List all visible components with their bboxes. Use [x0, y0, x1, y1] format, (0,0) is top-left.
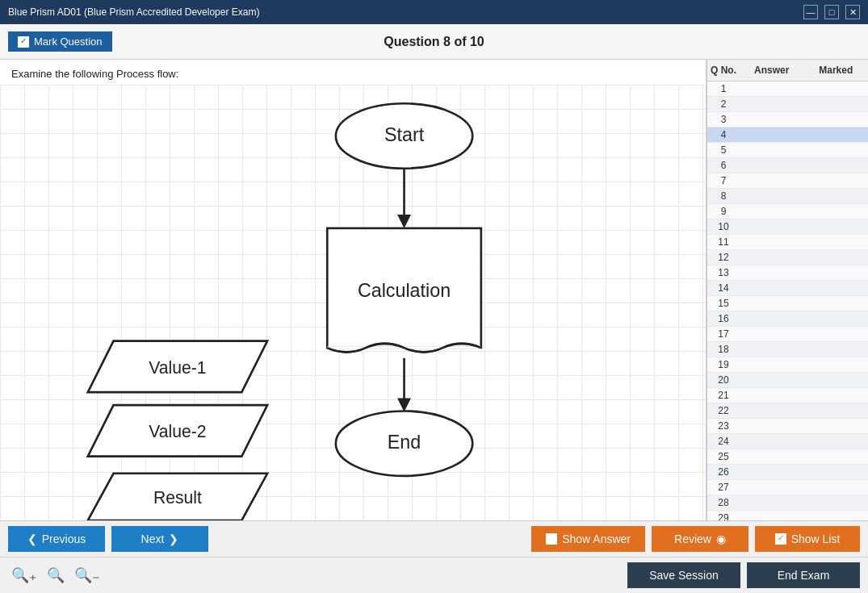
question-panel: Examine the following Process flow: Star…	[0, 60, 707, 520]
maximize-button[interactable]: □	[824, 5, 839, 19]
close-button[interactable]: ✕	[845, 5, 860, 19]
calculation-label: Calculation	[358, 280, 451, 301]
show-list-label: Show List	[791, 532, 841, 545]
sidebar-row[interactable]: 23	[707, 419, 868, 434]
mark-question-button[interactable]: Mark Question	[8, 31, 112, 52]
show-answer-button[interactable]: Show Answer	[531, 526, 645, 552]
sidebar-row[interactable]: 17	[707, 327, 868, 342]
next-button[interactable]: Next ❯	[111, 526, 208, 552]
flowchart-svg: Start Calculation End	[0, 85, 706, 520]
zoom-reset-button[interactable]: 🔍	[44, 565, 68, 586]
sidebar-scroll[interactable]: 1 2 3 4 5 6 7 8 9 10 11 12 13 14 15 16 1…	[707, 81, 868, 520]
svg-marker-2	[397, 215, 411, 228]
flowchart-container: Start Calculation End	[0, 85, 706, 520]
zoom-controls: 🔍₊ 🔍 🔍₋	[8, 565, 103, 586]
sidebar-answer-header: Answer	[740, 63, 804, 77]
question-text: Examine the following Process flow:	[0, 60, 706, 85]
minimize-button[interactable]: —	[803, 5, 818, 19]
window-controls: — □ ✕	[803, 5, 860, 19]
sidebar-row[interactable]: 15	[707, 296, 868, 311]
end-exam-button[interactable]: End Exam	[747, 562, 860, 588]
title-bar: Blue Prism AD01 (Blue Prism Accredited D…	[0, 0, 868, 24]
review-button[interactable]: Review ◉	[652, 526, 748, 552]
sidebar-row[interactable]: 22	[707, 403, 868, 419]
show-answer-checkbox-icon	[546, 533, 557, 545]
sidebar-row[interactable]: 18	[707, 342, 868, 357]
zoom-in-button[interactable]: 🔍₊	[8, 565, 40, 586]
sidebar-row[interactable]: 9	[707, 204, 868, 219]
previous-icon: ❮	[27, 532, 37, 545]
sidebar-row[interactable]: 28	[707, 495, 868, 511]
sidebar-row[interactable]: 6	[707, 158, 868, 173]
mark-question-label: Mark Question	[34, 35, 103, 48]
sidebar-row[interactable]: 14	[707, 281, 868, 296]
sidebar-row[interactable]: 7	[707, 173, 868, 189]
sidebar-row[interactable]: 2	[707, 97, 868, 112]
value2-label: Value-2	[149, 422, 206, 441]
header-bar: Mark Question Question 8 of 10	[0, 24, 868, 60]
zoom-out-button[interactable]: 🔍₋	[71, 565, 103, 586]
sidebar-header: Q No. Answer Marked	[707, 60, 868, 81]
show-list-checkbox-icon	[775, 533, 786, 545]
sidebar-row[interactable]: 21	[707, 388, 868, 403]
result-label: Result	[153, 488, 202, 507]
review-label: Review	[674, 532, 711, 545]
footer-right: Save Session End Exam	[627, 562, 860, 588]
sidebar-row-current[interactable]: 4	[707, 127, 868, 143]
sidebar-marked-header: Marked	[804, 63, 869, 77]
sidebar-row[interactable]: 27	[707, 480, 868, 495]
footer-bar: 🔍₊ 🔍 🔍₋ Save Session End Exam	[0, 557, 868, 593]
show-answer-label: Show Answer	[562, 532, 631, 545]
bottom-bar: ❮ Previous Next ❯ Show Answer Review ◉ S…	[0, 520, 868, 557]
sidebar-row[interactable]: 26	[707, 465, 868, 480]
save-session-button[interactable]: Save Session	[627, 562, 740, 588]
sidebar-row[interactable]: 19	[707, 357, 868, 373]
previous-label: Previous	[42, 532, 86, 545]
sidebar: Q No. Answer Marked 1 2 3 4 5 6 7 8 9 10…	[707, 60, 868, 520]
sidebar-row[interactable]: 24	[707, 434, 868, 449]
sidebar-row[interactable]: 29	[707, 511, 868, 520]
svg-marker-6	[397, 399, 411, 412]
end-label: End	[388, 432, 421, 453]
sidebar-row[interactable]: 1	[707, 81, 868, 97]
next-icon: ❯	[169, 532, 178, 545]
start-label: Start	[384, 124, 425, 145]
sidebar-row[interactable]: 25	[707, 449, 868, 465]
main-area: Examine the following Process flow: Star…	[0, 60, 868, 520]
review-icon: ◉	[716, 532, 726, 545]
question-title: Question 8 of 10	[384, 35, 484, 49]
sidebar-row[interactable]: 3	[707, 112, 868, 127]
show-list-button[interactable]: Show List	[755, 526, 860, 552]
app-title: Blue Prism AD01 (Blue Prism Accredited D…	[8, 6, 259, 18]
sidebar-row[interactable]: 8	[707, 189, 868, 204]
next-label: Next	[141, 532, 165, 545]
sidebar-row[interactable]: 11	[707, 235, 868, 250]
sidebar-row[interactable]: 13	[707, 265, 868, 281]
sidebar-qno-header: Q No.	[707, 63, 740, 77]
value1-label: Value-1	[149, 358, 206, 377]
sidebar-row[interactable]: 16	[707, 311, 868, 327]
previous-button[interactable]: ❮ Previous	[8, 526, 105, 552]
sidebar-row[interactable]: 5	[707, 143, 868, 158]
mark-question-checkbox-icon	[18, 36, 29, 48]
sidebar-row[interactable]: 10	[707, 219, 868, 235]
sidebar-row[interactable]: 20	[707, 373, 868, 388]
sidebar-row[interactable]: 12	[707, 250, 868, 265]
